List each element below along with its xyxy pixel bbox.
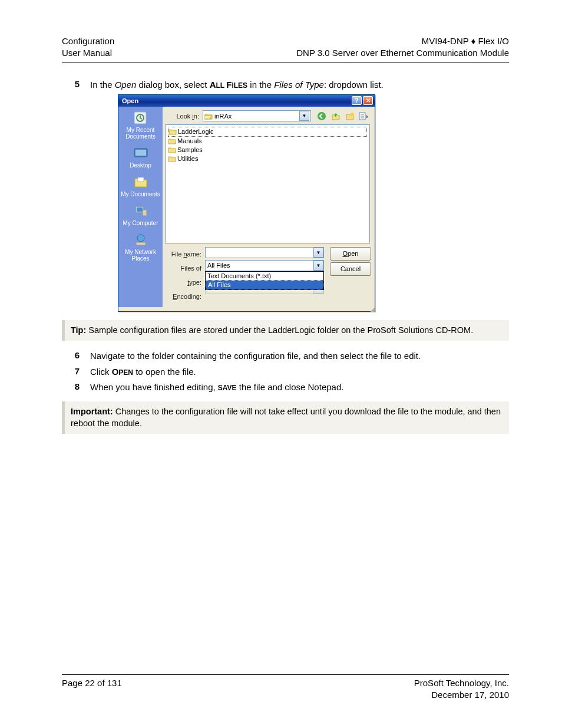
my-computer-icon	[132, 203, 150, 219]
folder-item-ladderlogic[interactable]: LadderLogic	[168, 127, 367, 137]
step-text: When you have finished editing, SAVE the…	[90, 381, 509, 393]
svg-point-8	[137, 235, 144, 242]
header-right: MVI94-DNP ♦ Flex I/O DNP 3.0 Server over…	[296, 35, 509, 60]
folder-item-samples[interactable]: Samples	[168, 146, 367, 154]
places-desktop[interactable]: Desktop	[120, 146, 161, 169]
page-header: Configuration User Manual MVI94-DNP ♦ Fl…	[62, 35, 509, 62]
step-number: 7	[62, 366, 90, 378]
my-network-icon	[132, 232, 150, 248]
lookin-combo[interactable]: inRAx ▼	[203, 110, 311, 121]
text-bold: S	[218, 384, 223, 392]
folder-item-utilities[interactable]: Utilities	[168, 154, 367, 163]
text: Click	[90, 367, 112, 377]
dialog-title: Open	[122, 97, 351, 104]
text-bold: O	[112, 367, 119, 377]
help-button[interactable]: ?	[352, 96, 362, 105]
titlebar[interactable]: Open ? ✕	[118, 95, 375, 107]
folder-item-manuals[interactable]: Manuals	[168, 137, 367, 146]
close-button[interactable]: ✕	[363, 96, 373, 105]
svg-point-11	[351, 113, 354, 116]
text-bold: ILES	[232, 81, 247, 90]
filesoftype-combo[interactable]: All Files ▼ Text Documents (*.txt) All F…	[205, 260, 324, 271]
open-button[interactable]: Open	[330, 247, 371, 261]
header-left: Configuration User Manual	[62, 35, 114, 60]
folder-icon	[168, 155, 176, 162]
text: the file and close Notepad.	[237, 382, 344, 392]
text-bold: PEN	[118, 368, 133, 377]
folder-icon	[168, 146, 176, 153]
folder-icon	[168, 128, 177, 135]
step-8: 8 When you have finished editing, SAVE t…	[62, 381, 509, 393]
svg-rect-4	[138, 177, 144, 182]
filesoftype-dropdown: Text Documents (*.txt) All Files	[205, 271, 324, 290]
step-7: 7 Click OPEN to open the file.	[62, 366, 509, 378]
text: in the	[247, 80, 274, 90]
folder-open-icon	[204, 113, 213, 120]
step-6: 6 Navigate to the folder containing the …	[62, 350, 509, 362]
new-folder-button[interactable]	[344, 110, 356, 122]
text-italic: Files of Type	[274, 80, 324, 90]
places-mycomputer[interactable]: My Computer	[120, 203, 161, 226]
step-number: 8	[62, 381, 90, 393]
my-documents-icon	[132, 174, 150, 190]
filename-combo[interactable]: ▼	[205, 247, 324, 258]
cancel-button[interactable]: Cancel	[330, 262, 371, 276]
places-label: My Recent Documents	[120, 127, 161, 140]
page-footer: Page 22 of 131 ProSoft Technology, Inc. …	[62, 674, 509, 701]
tip-label: Tip:	[71, 325, 86, 335]
text-italic: Open	[115, 80, 137, 90]
text-bold: AVE	[223, 384, 237, 392]
step-5: 5 In the Open dialog box, select ALL FIL…	[62, 79, 509, 91]
step-text: In the Open dialog box, select ALL FILES…	[90, 79, 509, 91]
back-button[interactable]	[316, 110, 328, 122]
option-all-files[interactable]: All Files	[206, 280, 323, 289]
places-mynetwork[interactable]: My Network Places	[120, 232, 161, 262]
recent-documents-icon	[132, 110, 150, 126]
step-text: Navigate to the folder containing the co…	[90, 350, 509, 362]
footer-date: December 17, 2010	[414, 689, 509, 701]
text: : dropdown list.	[324, 80, 384, 90]
folder-label: Samples	[177, 146, 203, 153]
folder-label: Utilities	[177, 155, 198, 162]
views-button[interactable]	[358, 110, 370, 122]
text: to open the file.	[133, 367, 196, 377]
important-box: Important: Changes to the configuration …	[62, 401, 509, 434]
option-text-documents[interactable]: Text Documents (*.txt)	[206, 272, 323, 280]
header-section: Configuration	[62, 35, 114, 47]
step-number: 5	[62, 79, 90, 91]
folder-icon	[168, 137, 176, 144]
important-label: Important:	[71, 407, 113, 416]
tip-box: Tip: Sample configuration files are stor…	[62, 320, 509, 341]
dropdown-arrow-icon[interactable]: ▼	[313, 248, 323, 258]
svg-point-10	[318, 112, 326, 120]
lookin-label: Look in:	[165, 113, 203, 120]
resize-grip-icon[interactable]: ◢	[118, 307, 375, 311]
places-mydocuments[interactable]: My Documents	[120, 174, 161, 197]
open-dialog: Open ? ✕ My Recent Documents	[118, 94, 375, 312]
svg-rect-6	[137, 207, 143, 212]
file-list[interactable]: LadderLogic Manuals Samples Utiliti	[165, 124, 370, 243]
filesoftype-label: Files of type:	[165, 261, 201, 289]
footer-company: ProSoft Technology, Inc.	[414, 677, 509, 689]
dropdown-arrow-icon[interactable]: ▼	[313, 261, 323, 271]
text: When you have finished editing,	[90, 382, 218, 392]
places-recent[interactable]: My Recent Documents	[120, 110, 161, 140]
encoding-label: Encoding:	[165, 289, 201, 304]
lookin-value: inRAx	[214, 113, 299, 120]
places-label: My Network Places	[120, 249, 161, 262]
important-text: Changes to the configuration file will n…	[71, 407, 501, 428]
step-text: Click OPEN to open the file.	[90, 366, 509, 378]
dropdown-arrow-icon[interactable]: ▼	[299, 111, 309, 121]
text-bold: LL	[216, 81, 227, 90]
folder-label: LadderLogic	[178, 128, 214, 135]
header-product: MVI94-DNP ♦ Flex I/O	[296, 35, 509, 47]
desktop-icon	[132, 146, 150, 161]
svg-rect-9	[136, 242, 146, 245]
text-bold: A	[210, 80, 216, 90]
text: In the	[90, 80, 115, 90]
up-one-level-button[interactable]	[330, 110, 342, 122]
places-label: My Documents	[120, 191, 161, 197]
svg-rect-7	[143, 210, 147, 216]
tip-text: Sample configuration files are stored un…	[86, 325, 473, 335]
svg-rect-3	[135, 150, 146, 156]
